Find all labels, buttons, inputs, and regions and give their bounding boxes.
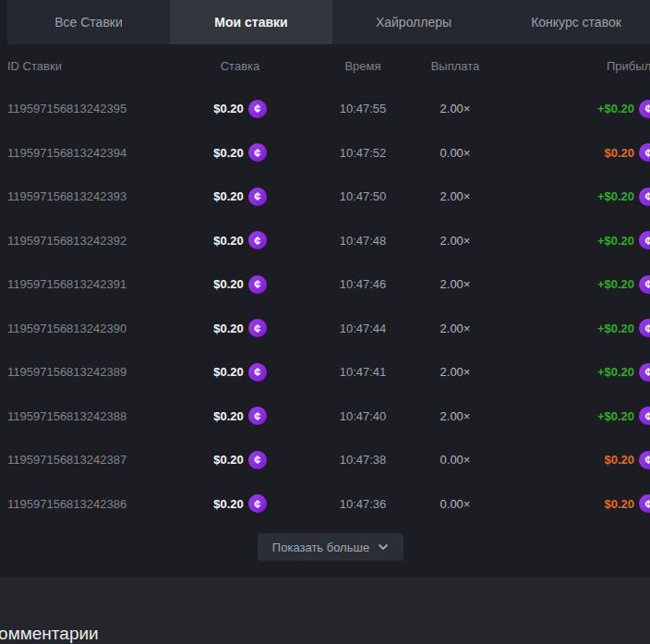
bet-profit-value: +$0.20: [597, 102, 634, 115]
tab-label: Мои ставки: [214, 15, 287, 30]
tab-highrollers[interactable]: Хайроллеры: [332, 0, 495, 44]
bet-profit-value: +$0.20: [597, 234, 634, 248]
coin-icon: ¢: [248, 231, 267, 249]
bet-time: 10:47:46: [307, 277, 419, 291]
bet-amount-value: $0.20: [213, 189, 244, 203]
bet-row: 119597156813242393 $0.20 ¢ 10:47:50 2.00…: [7, 175, 650, 219]
comments-section: Комментарии: [0, 577, 650, 644]
bet-amount: $0.20 ¢: [174, 100, 307, 118]
bet-amount-value: $0.20: [213, 102, 244, 115]
bet-payout: 2.00×: [419, 277, 491, 291]
show-more-button[interactable]: Показать больше: [258, 533, 403, 561]
bet-profit-value: +$0.20: [597, 365, 634, 379]
coin-icon: ¢: [639, 494, 650, 513]
bets-table: ID Ставки Ставка Время Выплата Прибыль 1…: [0, 44, 650, 577]
bet-id[interactable]: 119597156813242387: [7, 453, 174, 467]
bet-row: 119597156813242390 $0.20 ¢ 10:47:44 2.00…: [7, 307, 650, 351]
coin-icon: ¢: [248, 319, 267, 337]
bet-time: 10:47:44: [307, 322, 419, 335]
bet-amount-value: $0.20: [213, 409, 244, 423]
bet-profit: +$0.20 ¢: [491, 275, 650, 294]
coin-icon: ¢: [248, 451, 267, 469]
bet-payout: 0.00×: [419, 146, 491, 160]
bet-id[interactable]: 119597156813242394: [7, 146, 174, 160]
bet-time: 10:47:55: [307, 102, 419, 115]
tab-label: Хайроллеры: [376, 15, 451, 30]
coin-icon: ¢: [639, 451, 650, 469]
bet-id[interactable]: 119597156813242388: [7, 409, 174, 423]
coin-icon: ¢: [639, 319, 650, 337]
coin-icon: ¢: [248, 363, 267, 382]
bet-payout: 2.00×: [419, 234, 491, 248]
bet-id[interactable]: 119597156813242392: [7, 234, 174, 248]
tab-my-bets[interactable]: Мои ставки: [170, 0, 332, 44]
bet-row: 119597156813242387 $0.20 ¢ 10:47:38 0.00…: [7, 438, 650, 482]
column-header-id: ID Ставки: [7, 59, 174, 73]
bet-amount-value: $0.20: [213, 322, 244, 335]
bet-amount: $0.20 ¢: [174, 143, 307, 162]
bet-amount: $0.20 ¢: [174, 319, 307, 337]
bet-profit: +$0.20 ¢: [491, 363, 650, 382]
bet-row: 119597156813242386 $0.20 ¢ 10:47:36 0.00…: [7, 482, 650, 527]
coin-icon: ¢: [248, 275, 267, 294]
bet-profit: +$0.20 ¢: [491, 100, 650, 118]
coin-icon: ¢: [248, 494, 267, 513]
bet-time: 10:47:41: [307, 365, 419, 379]
bet-id[interactable]: 119597156813242393: [7, 189, 174, 203]
bet-profit-value: +$0.20: [597, 189, 634, 203]
bet-payout: 2.00×: [419, 409, 491, 423]
bet-amount: $0.20 ¢: [174, 363, 307, 382]
bet-row: 119597156813242394 $0.20 ¢ 10:47:52 0.00…: [7, 131, 650, 176]
bet-amount-value: $0.20: [213, 234, 244, 248]
coin-icon: ¢: [639, 188, 650, 206]
coin-icon: ¢: [248, 143, 267, 162]
bet-time: 10:47:40: [307, 409, 419, 423]
bet-amount: $0.20 ¢: [174, 231, 307, 249]
tab-bet-race[interactable]: Конкурс ставок: [495, 0, 650, 44]
coin-icon: ¢: [248, 188, 267, 206]
tab-label: Все Ставки: [54, 15, 123, 30]
bet-amount-value: $0.20: [213, 146, 244, 160]
bet-row: 119597156813242388 $0.20 ¢ 10:47:40 2.00…: [7, 395, 650, 439]
coin-icon: ¢: [639, 275, 650, 294]
bet-profit-value: +$0.20: [597, 322, 634, 335]
bet-id[interactable]: 119597156813242386: [7, 497, 174, 511]
bet-profit: $0.20 ¢: [491, 451, 650, 469]
tab-all-bets[interactable]: Все Ставки: [7, 0, 170, 44]
coin-icon: ¢: [639, 231, 650, 249]
bet-profit-value: $0.20: [604, 497, 634, 511]
table-header: ID Ставки Ставка Время Выплата Прибыль: [7, 44, 650, 87]
bet-payout: 2.00×: [419, 189, 491, 203]
coin-icon: ¢: [248, 100, 267, 118]
bet-profit-value: $0.20: [604, 146, 634, 160]
bet-payout: 0.00×: [419, 497, 491, 511]
chevron-down-icon: [378, 541, 389, 553]
column-header-profit: Прибыль: [491, 59, 650, 73]
bet-id[interactable]: 119597156813242391: [7, 277, 174, 291]
bet-profit-value: $0.20: [604, 453, 634, 467]
bet-time: 10:47:52: [307, 146, 419, 160]
table-body: 119597156813242395 $0.20 ¢ 10:47:55 2.00…: [0, 87, 650, 526]
bet-payout: 0.00×: [419, 453, 491, 467]
bet-time: 10:47:38: [307, 453, 419, 467]
bet-id[interactable]: 119597156813242395: [7, 102, 174, 115]
column-header-payout: Выплата: [419, 59, 491, 73]
bets-tab-bar: Все Ставки Мои ставки Хайроллеры Конкурс…: [7, 0, 650, 44]
bet-profit-value: +$0.20: [597, 409, 634, 423]
bet-profit: $0.20 ¢: [491, 143, 650, 162]
bet-id[interactable]: 119597156813242390: [7, 322, 174, 335]
coin-icon: ¢: [639, 100, 650, 118]
bet-row: 119597156813242389 $0.20 ¢ 10:47:41 2.00…: [7, 350, 650, 395]
coin-icon: ¢: [639, 363, 650, 382]
coin-icon: ¢: [248, 407, 267, 425]
bet-payout: 2.00×: [419, 102, 491, 115]
bet-row: 119597156813242392 $0.20 ¢ 10:47:48 2.00…: [7, 219, 650, 263]
comments-title: Комментарии: [0, 624, 99, 643]
bet-amount: $0.20 ¢: [174, 407, 307, 425]
bet-amount-value: $0.20: [213, 365, 244, 379]
bet-amount-value: $0.20: [213, 453, 244, 467]
coin-icon: ¢: [639, 407, 650, 425]
bet-id[interactable]: 119597156813242389: [7, 365, 174, 379]
show-more-label: Показать больше: [272, 541, 369, 554]
bet-row: 119597156813242391 $0.20 ¢ 10:47:46 2.00…: [7, 262, 650, 307]
